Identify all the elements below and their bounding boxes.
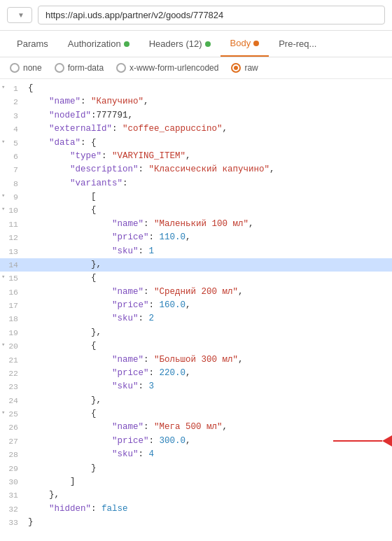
tab-params[interactable]: Params — [7, 31, 58, 57]
fold-arrow-15[interactable]: ▾ — [1, 273, 5, 283]
tab-headers[interactable]: Headers (12) — [139, 31, 220, 57]
tab-params-label: Params — [17, 38, 48, 49]
tab-prereq[interactable]: Pre-req... — [269, 31, 326, 57]
radio-form-data[interactable]: form-data — [55, 63, 104, 73]
body-dot — [253, 41, 259, 46]
tab-headers-label: Headers (12) — [149, 38, 202, 49]
line-number-1: ▾1 — [0, 82, 25, 95]
code-line-21: 21 "name": "Большой 300 мл", — [0, 353, 392, 367]
line-number-21: 21 — [0, 353, 25, 367]
code-line-22: 22 "price": 220.0, — [0, 367, 392, 380]
line-content-28: "sku": 4 — [25, 448, 392, 461]
line-number-4: 4 — [0, 122, 25, 136]
code-line-26: 26 "name": "Мега 500 мл", — [0, 421, 392, 434]
line-number-13: 13 — [0, 245, 25, 258]
line-number-12: 12 — [0, 231, 25, 244]
radio-urlencoded[interactable]: x-www-form-urlencoded — [116, 63, 218, 73]
code-line-5: ▾5 "data": { — [0, 136, 392, 150]
code-line-2: 2 "name": "Капучино", — [0, 95, 392, 108]
line-content-3: "nodeId":777791, — [25, 109, 392, 122]
code-line-27: 27 "price": 300.0, — [0, 435, 392, 448]
top-bar: ▼ — [0, 0, 392, 31]
headers-dot — [205, 41, 211, 47]
line-content-27: "price": 300.0, — [25, 435, 392, 448]
tab-prereq-label: Pre-req... — [279, 38, 316, 49]
tab-authorization[interactable]: Authorization — [58, 31, 139, 57]
chevron-down-icon: ▼ — [18, 11, 24, 19]
line-number-17: 17 — [0, 299, 25, 312]
code-editor[interactable]: ▾1{2 "name": "Капучино",3 "nodeId":77779… — [0, 79, 392, 532]
code-line-3: 3 "nodeId":777791, — [0, 109, 392, 122]
line-number-5: ▾5 — [0, 136, 25, 150]
line-content-1: { — [25, 82, 392, 95]
line-content-32: "hidden": false — [25, 503, 392, 516]
code-line-7: 7 "description": "Классический капучино"… — [0, 163, 392, 176]
method-button[interactable]: ▼ — [7, 7, 32, 23]
line-content-7: "description": "Классический капучино", — [25, 163, 392, 176]
radio-form-data-circle — [55, 63, 64, 73]
line-content-26: "name": "Мега 500 мл", — [25, 421, 392, 434]
line-number-32: 32 — [0, 503, 25, 516]
line-content-15: { — [25, 272, 392, 285]
line-content-30: ] — [25, 475, 392, 489]
radio-none-circle — [10, 63, 20, 73]
code-line-1: ▾1{ — [0, 82, 392, 95]
line-content-20: { — [25, 339, 392, 353]
tab-body[interactable]: Body — [220, 31, 270, 57]
line-number-29: 29 — [0, 462, 25, 475]
fold-arrow-20[interactable]: ▾ — [1, 341, 5, 351]
line-number-28: 28 — [0, 448, 25, 461]
fold-arrow-5[interactable]: ▾ — [1, 138, 5, 148]
radio-raw-circle — [231, 63, 241, 73]
line-number-24: 24 — [0, 394, 25, 407]
code-line-10: ▾10 { — [0, 204, 392, 217]
line-content-12: "price": 110.0, — [25, 231, 392, 244]
code-line-23: 23 "sku": 3 — [0, 380, 392, 393]
line-content-19: }, — [25, 326, 392, 339]
code-line-20: ▾20 { — [0, 339, 392, 353]
code-line-31: 31 }, — [0, 489, 392, 502]
fold-arrow-25[interactable]: ▾ — [1, 409, 5, 419]
fold-arrow-10[interactable]: ▾ — [1, 205, 5, 215]
code-line-30: 30 ] — [0, 475, 392, 489]
code-line-15: ▾15 { — [0, 272, 392, 285]
authorization-dot — [124, 41, 130, 47]
line-content-6: "type": "VARYING_ITEM", — [25, 150, 392, 163]
line-number-8: 8 — [0, 177, 25, 190]
url-input[interactable] — [38, 6, 385, 24]
line-number-7: 7 — [0, 163, 25, 176]
line-content-2: "name": "Капучино", — [25, 95, 392, 108]
code-line-24: 24 }, — [0, 394, 392, 407]
radio-urlencoded-label: x-www-form-urlencoded — [130, 63, 218, 73]
line-content-25: { — [25, 407, 392, 421]
line-number-15: ▾15 — [0, 272, 25, 285]
line-content-5: "data": { — [25, 136, 392, 150]
line-number-3: 3 — [0, 109, 25, 122]
line-number-19: 19 — [0, 326, 25, 339]
line-number-23: 23 — [0, 380, 25, 393]
line-number-10: ▾10 — [0, 204, 25, 217]
radio-raw[interactable]: raw — [231, 63, 258, 73]
code-line-13: 13 "sku": 1 — [0, 245, 392, 258]
code-line-32: 32 "hidden": false — [0, 503, 392, 516]
line-number-20: ▾20 — [0, 339, 25, 353]
line-content-17: "price": 160.0, — [25, 299, 392, 312]
line-number-2: 2 — [0, 95, 25, 108]
line-number-9: ▾9 — [0, 190, 25, 204]
body-type-bar: none form-data x-www-form-urlencoded raw — [0, 57, 392, 79]
tab-body-label: Body — [230, 38, 251, 48]
line-number-16: 16 — [0, 286, 25, 299]
code-line-12: 12 "price": 110.0, — [0, 231, 392, 244]
radio-none[interactable]: none — [10, 63, 42, 73]
line-content-10: { — [25, 204, 392, 217]
line-number-30: 30 — [0, 475, 25, 489]
line-number-18: 18 — [0, 312, 25, 325]
line-number-33: 33 — [0, 516, 25, 529]
code-line-28: 28 "sku": 4 — [0, 448, 392, 461]
code-line-19: 19 }, — [0, 326, 392, 339]
code-line-9: ▾9 [ — [0, 190, 392, 204]
line-content-22: "price": 220.0, — [25, 367, 392, 380]
fold-arrow-9[interactable]: ▾ — [1, 192, 5, 202]
code-line-33: 33} — [0, 516, 392, 529]
fold-arrow-1[interactable]: ▾ — [1, 83, 5, 93]
